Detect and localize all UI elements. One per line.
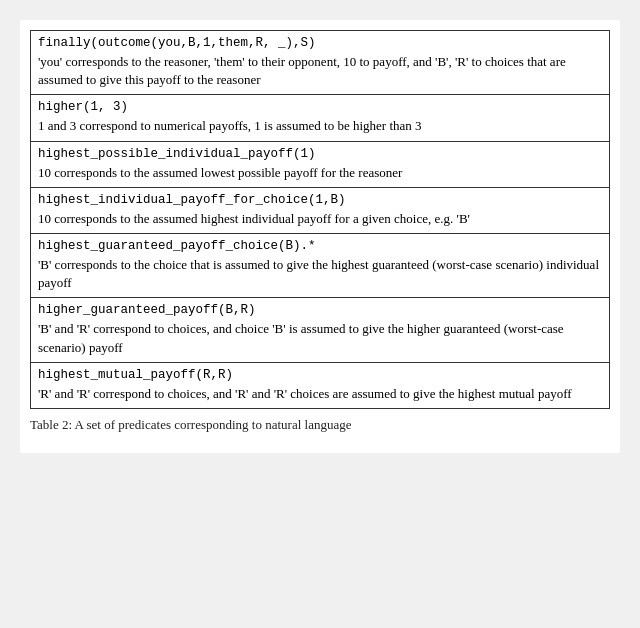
desc-text-2: 10 corresponds to the assumed lowest pos… [38,165,402,180]
desc-text-3: 10 corresponds to the assumed highest in… [38,211,470,226]
table-row: higher(1, 3)1 and 3 correspond to numeri… [31,95,610,141]
code-text-4: highest_guaranteed_payoff_choice(B).* [38,239,602,253]
code-text-0: finally(outcome(you,B,1,them,R, _),S) [38,36,602,50]
desc-text-1: 1 and 3 correspond to numerical payoffs,… [38,118,422,133]
table-cell-6: highest_mutual_payoff(R,R)'R' and 'R' co… [31,362,610,408]
code-text-6: highest_mutual_payoff(R,R) [38,368,602,382]
table-caption: Table 2: A set of predicates correspondi… [30,417,610,433]
table-cell-2: highest_possible_individual_payoff(1)10 … [31,141,610,187]
table-cell-3: highest_individual_payoff_for_choice(1,B… [31,187,610,233]
table-cell-4: highest_guaranteed_payoff_choice(B).*'B'… [31,233,610,297]
table-row: highest_mutual_payoff(R,R)'R' and 'R' co… [31,362,610,408]
table-row: highest_individual_payoff_for_choice(1,B… [31,187,610,233]
table-row: highest_guaranteed_payoff_choice(B).*'B'… [31,233,610,297]
main-table: finally(outcome(you,B,1,them,R, _),S)'yo… [30,30,610,409]
code-text-5: higher_guaranteed_payoff(B,R) [38,303,602,317]
table-cell-5: higher_guaranteed_payoff(B,R)'B' and 'R'… [31,298,610,362]
desc-text-5: 'B' and 'R' correspond to choices, and c… [38,321,564,354]
desc-text-4: 'B' corresponds to the choice that is as… [38,257,599,290]
table-cell-0: finally(outcome(you,B,1,them,R, _),S)'yo… [31,31,610,95]
page-container: finally(outcome(you,B,1,them,R, _),S)'yo… [20,20,620,453]
desc-text-6: 'R' and 'R' correspond to choices, and '… [38,386,572,401]
desc-text-0: 'you' corresponds to the reasoner, 'them… [38,54,566,87]
code-text-3: highest_individual_payoff_for_choice(1,B… [38,193,602,207]
table-row: higher_guaranteed_payoff(B,R)'B' and 'R'… [31,298,610,362]
table-cell-1: higher(1, 3)1 and 3 correspond to numeri… [31,95,610,141]
table-row: finally(outcome(you,B,1,them,R, _),S)'yo… [31,31,610,95]
code-text-1: higher(1, 3) [38,100,602,114]
table-row: highest_possible_individual_payoff(1)10 … [31,141,610,187]
code-text-2: highest_possible_individual_payoff(1) [38,147,602,161]
